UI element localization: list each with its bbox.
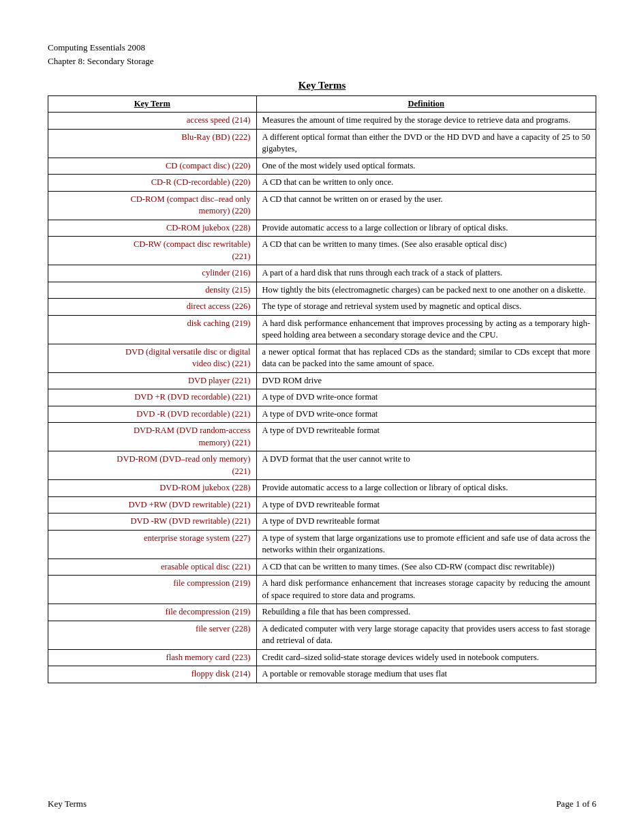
table-row: Blu-Ray (BD) (222)A different optical fo… — [48, 129, 596, 158]
table-row: CD-RW (compact disc rewritable)(221)A CD… — [48, 237, 596, 265]
table-row: DVD player (221)DVD ROM drive — [48, 372, 596, 389]
def-cell: A different optical format than either t… — [256, 129, 596, 158]
term-cell: erasable optical disc (221) — [48, 559, 257, 576]
table-row: CD-ROM jukebox (228)Provide automatic ac… — [48, 220, 596, 237]
def-cell: A portable or removable storage medium t… — [256, 666, 596, 683]
term-cell: file server (228) — [48, 621, 257, 649]
table-row: DVD-ROM (DVD–read only memory)(221)A DVD… — [48, 451, 596, 480]
header: Computing Essentials 2008 Chapter 8: Sec… — [48, 41, 596, 68]
term-cell: DVD +R (DVD recordable) (221) — [48, 389, 257, 406]
table-row: CD (compact disc) (220)One of the most w… — [48, 158, 596, 175]
key-terms-table: Key Term Definition access speed (214)Me… — [48, 95, 596, 683]
term-cell: cylinder (216) — [48, 265, 257, 282]
term-cell: DVD (digital versatile disc or digitalvi… — [48, 344, 257, 372]
def-cell: A dedicated computer with very large sto… — [256, 621, 596, 649]
table-row: access speed (214)Measures the amount of… — [48, 113, 596, 130]
def-cell: Provide automatic access to a large coll… — [256, 220, 596, 237]
term-cell: DVD-ROM jukebox (228) — [48, 480, 257, 497]
table-row: disk caching (219)A hard disk performanc… — [48, 315, 596, 344]
def-cell: A type of DVD write-once format — [256, 389, 596, 406]
table-row: CD-ROM (compact disc–read onlymemory) (2… — [48, 191, 596, 220]
def-cell: One of the most widely used optical form… — [256, 158, 596, 175]
table-row: DVD-ROM jukebox (228)Provide automatic a… — [48, 480, 596, 497]
col-header-term: Key Term — [48, 96, 257, 113]
def-cell: The type of storage and retrieval system… — [256, 299, 596, 316]
term-cell: CD-ROM jukebox (228) — [48, 220, 257, 237]
term-cell: CD-R (CD-recordable) (220) — [48, 175, 257, 192]
def-cell: A type of DVD write-once format — [256, 406, 596, 423]
table-row: floppy disk (214)A portable or removable… — [48, 666, 596, 683]
def-cell: A type of system that large organization… — [256, 530, 596, 559]
table-row: file decompression (219)Rebuilding a fil… — [48, 604, 596, 621]
def-cell: Credit card–sized solid-state storage de… — [256, 649, 596, 666]
term-cell: DVD -R (DVD recordable) (221) — [48, 406, 257, 423]
table-row: cylinder (216)A part of a hard disk that… — [48, 265, 596, 282]
table-row: file server (228)A dedicated computer wi… — [48, 621, 596, 649]
term-cell: file decompression (219) — [48, 604, 257, 621]
term-cell: DVD-RAM (DVD random-accessmemory) (221) — [48, 423, 257, 451]
table-row: DVD -RW (DVD rewritable) (221)A type of … — [48, 513, 596, 531]
footer-right: Page 1 of 6 — [556, 799, 596, 809]
term-cell: Blu-Ray (BD) (222) — [48, 129, 257, 158]
def-cell: A type of DVD rewriteable format — [256, 496, 596, 513]
table-row: erasable optical disc (221)A CD that can… — [48, 559, 596, 576]
term-cell: CD-RW (compact disc rewritable)(221) — [48, 237, 257, 265]
term-cell: DVD -RW (DVD rewritable) (221) — [48, 513, 257, 531]
footer-left: Key Terms — [48, 799, 87, 809]
table-row: enterprise storage system (227)A type of… — [48, 530, 596, 559]
term-cell: file compression (219) — [48, 576, 257, 604]
def-cell: A hard disk performance enhancement that… — [256, 315, 596, 344]
table-row: density (215)How tightly the bits (elect… — [48, 282, 596, 299]
def-cell: Measures the amount of time required by … — [256, 113, 596, 130]
def-cell: A DVD format that the user cannot write … — [256, 451, 596, 480]
header-line2: Chapter 8: Secondary Storage — [48, 55, 596, 68]
table-row: DVD +R (DVD recordable) (221)A type of D… — [48, 389, 596, 406]
def-cell: a newer optical format that has replaced… — [256, 344, 596, 372]
term-cell: DVD +RW (DVD rewritable) (221) — [48, 496, 257, 513]
def-cell: How tightly the bits (electromagnetic ch… — [256, 282, 596, 299]
def-cell: Rebuilding a file that has been compress… — [256, 604, 596, 621]
page: Computing Essentials 2008 Chapter 8: Sec… — [0, 0, 644, 834]
term-cell: flash memory card (223) — [48, 649, 257, 666]
term-cell: disk caching (219) — [48, 315, 257, 344]
def-cell: A CD that cannot be written on or erased… — [256, 191, 596, 220]
def-cell: DVD ROM drive — [256, 372, 596, 389]
def-cell: A CD that can be written to many times. … — [256, 559, 596, 576]
table-row: direct access (226)The type of storage a… — [48, 299, 596, 316]
term-cell: CD-ROM (compact disc–read onlymemory) (2… — [48, 191, 257, 220]
def-cell: A type of DVD rewriteable format — [256, 423, 596, 451]
table-row: DVD -R (DVD recordable) (221)A type of D… — [48, 406, 596, 423]
table-row: DVD (digital versatile disc or digitalvi… — [48, 344, 596, 372]
term-cell: CD (compact disc) (220) — [48, 158, 257, 175]
section-title: Key Terms — [48, 80, 596, 91]
col-header-def: Definition — [256, 96, 596, 113]
term-cell: DVD-ROM (DVD–read only memory)(221) — [48, 451, 257, 480]
table-row: CD-R (CD-recordable) (220)A CD that can … — [48, 175, 596, 192]
table-row: DVD +RW (DVD rewritable) (221)A type of … — [48, 496, 596, 513]
term-cell: floppy disk (214) — [48, 666, 257, 683]
def-cell: A CD that can be written to many times. … — [256, 237, 596, 265]
header-line1: Computing Essentials 2008 — [48, 41, 596, 55]
def-cell: A part of a hard disk that runs through … — [256, 265, 596, 282]
term-cell: direct access (226) — [48, 299, 257, 316]
table-row: flash memory card (223)Credit card–sized… — [48, 649, 596, 666]
term-cell: DVD player (221) — [48, 372, 257, 389]
table-row: DVD-RAM (DVD random-accessmemory) (221)A… — [48, 423, 596, 451]
def-cell: A hard disk performance enhancement that… — [256, 576, 596, 604]
def-cell: A type of DVD rewriteable format — [256, 513, 596, 531]
term-cell: enterprise storage system (227) — [48, 530, 257, 559]
def-cell: Provide automatic access to a large coll… — [256, 480, 596, 497]
footer: Key Terms Page 1 of 6 — [48, 799, 596, 809]
term-cell: density (215) — [48, 282, 257, 299]
term-cell: access speed (214) — [48, 113, 257, 130]
table-row: file compression (219)A hard disk perfor… — [48, 576, 596, 604]
def-cell: A CD that can be written to only once. — [256, 175, 596, 192]
